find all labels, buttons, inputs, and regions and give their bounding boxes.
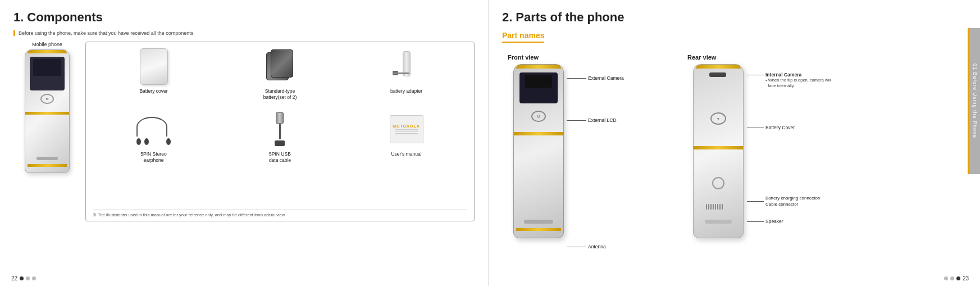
ext-camera-text: External Camera [588,75,624,81]
earphone-label: 5PIN Stereoearphone [140,151,166,164]
label-charging-connector: Battery charging connector/Cable connect… [747,196,821,207]
phone-illustration: M [25,49,70,173]
dot-active [20,276,24,280]
battery-shape [261,49,300,83]
rear-phone-body: ▼ [693,64,744,238]
speaker-bar3 [710,204,712,210]
components-grid: Battery cover Standard-typebattery(set o… [93,47,467,164]
manual-label: User's manual [391,151,421,157]
earphone-shape [135,114,172,145]
phone-gold-bottom [28,164,67,167]
front-view-section: Front view M External Camera [508,54,665,255]
rear-circle [712,177,724,189]
rear-phone-diagram: ▼ [687,64,878,255]
rear-speaker-grid [706,204,723,210]
battery-adapter-icon [384,47,429,86]
earphone-icon [131,110,176,149]
usb-body [276,112,284,124]
phone-screen-inner [33,59,61,76]
manual-line1 [395,129,418,130]
rear-gold-top [696,65,741,69]
front-motorola-logo: M [531,111,546,122]
section-title-right: Parts of the phone [516,10,624,25]
speaker-bar5 [715,204,716,210]
battery-rect2 [271,49,293,78]
dot-inactive-r2 [950,276,954,280]
speaker-bar4 [713,204,714,210]
label-antenna: Antenna [567,244,606,249]
earphone-wire [136,117,167,137]
page-num-label-right: 23 [963,275,969,282]
adapter-shape [393,51,421,82]
battery-cover-label: Battery cover [139,88,167,94]
component-battery-cover: Battery cover [93,47,215,101]
page-num-label: 22 [11,275,17,282]
page-number-right: 23 [944,275,969,282]
part-names-header: Part names [502,31,544,43]
component-standard-battery: Standard-typebattery(set of 2) [219,47,341,101]
antenna-text: Antenna [588,244,606,249]
motorola-logo: M [40,94,54,104]
mobile-phone-col: Mobile phone M [13,42,81,173]
section-number-right: 2. [502,10,512,25]
battery-cover-icon [131,47,176,86]
section-number-left: 1. [13,10,24,25]
front-bottom-bar [524,220,553,224]
phone-screen-top [30,57,65,90]
speaker-text: Speaker [765,219,783,224]
component-earphone: 5PIN Stereoearphone [93,110,215,164]
dot-inactive-r1 [944,276,948,280]
callout-line-ext-camera [567,78,586,79]
callout-line-ext-lcd [567,120,586,121]
front-screen-inner [525,75,552,88]
page-right: 01 Before Using the Phone 2. Parts of th… [489,0,980,286]
front-view-title: Front view [508,54,665,61]
earphone-bud2 [144,138,149,145]
battery-cover-rear-text: Battery Cover [765,125,795,130]
usb-cable-icon [258,110,303,149]
manual-icon: MOTOROLA [384,110,429,149]
label-internal-camera: Internal Camera • When the flip is open,… [747,72,831,89]
callout-line-antenna [567,247,586,247]
components-layout: Mobile phone M Batt [13,42,475,221]
usb-cable-label: 5PIN USBdata cable [269,151,291,164]
section-title-left: Components [27,10,102,25]
earphone-bud1 [136,138,141,145]
manual-line3 [395,133,418,134]
standard-battery-icon [258,47,303,86]
component-usb-cable: 5PIN USBdata cable [219,110,341,164]
int-camera-text: Internal Camera [765,72,801,78]
manual-shape: MOTOROLA [390,115,423,143]
callout-line-int-camera [747,75,764,75]
components-box: Battery cover Standard-typebattery(set o… [85,42,475,221]
front-phone-body: M [513,64,564,238]
adapter-cord [393,72,409,74]
speaker-bar7 [719,204,721,210]
callout-line-charging [747,201,764,202]
rear-gold-mid [694,146,743,149]
rear-camera-bump [709,72,726,77]
component-manual: MOTOROLA User's manual [345,110,467,164]
speaker-bar6 [717,204,718,210]
earphone-bud3 [166,138,171,145]
speaker-bar8 [722,204,723,210]
side-tab: 01 Before Using the Phone [968,28,980,174]
ext-lcd-text: External LCD [588,117,617,123]
component-battery-adapter: battery adapter [345,47,467,101]
mobile-phone-label: Mobile phone [32,42,62,47]
manual-line2 [395,131,418,133]
rear-bottom-bar [705,220,732,224]
standard-battery-label: Standard-typebattery(set of 2) [263,88,297,101]
label-speaker: Speaker [747,219,783,224]
front-phone-diagram: M External Camera External LCD [508,64,642,255]
front-phone-screen-top [519,72,558,103]
dot-inactive2 [32,276,36,280]
label-external-camera: External Camera [567,75,624,81]
label-external-lcd: External LCD [567,117,617,123]
manual-logo: MOTOROLA [393,124,420,128]
usb-shape [265,112,295,146]
front-phone-gold-top [516,65,561,69]
speaker-bar2 [708,204,709,210]
rear-view-section: Rear view ▼ [687,54,878,255]
phone-gold-mid [25,112,69,115]
